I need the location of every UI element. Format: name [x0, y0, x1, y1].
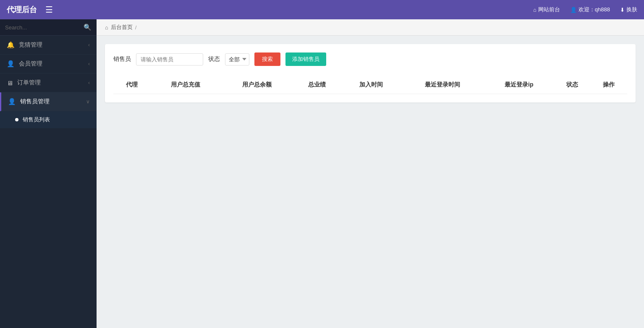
col-join-time: 加入时间: [341, 76, 401, 94]
home-icon: ⌂: [533, 7, 537, 13]
sidebar-menu: 🔔 竞猜管理 ‹ 👤 会员管理 ‹ 🖥 订单管理 ‹: [0, 36, 97, 328]
sales-icon: 👤: [8, 98, 16, 105]
sidebar-item-xiaoshou[interactable]: 👤 销售员管理 ∨: [0, 92, 97, 111]
logout-icon: ⬇: [620, 7, 625, 13]
search-input[interactable]: [5, 24, 81, 31]
breadcrumb-home-icon: ⌂: [105, 24, 108, 31]
sidebar-item-huiyuan[interactable]: 👤 会员管理 ‹: [0, 55, 97, 73]
salesperson-label: 销售员: [113, 55, 131, 63]
sidebar: 🔍 🔔 竞猜管理 ‹ 👤 会员管理 ‹: [0, 19, 97, 328]
col-total-balance: 用户总余额: [221, 76, 293, 94]
order-icon: 🖥: [7, 79, 13, 87]
filter-bar: 销售员 状态 全部 启用 禁用 搜索 添加销售员: [113, 52, 627, 66]
logout-link[interactable]: ⬇ 换肤: [620, 6, 637, 13]
add-salesperson-button[interactable]: 添加销售员: [285, 52, 326, 66]
sidebar-item-dingdan[interactable]: 🖥 订单管理 ‹: [0, 73, 97, 92]
app-title: 代理后台: [7, 5, 37, 15]
status-select[interactable]: 全部 启用 禁用: [225, 53, 249, 66]
col-proxy: 代理: [113, 76, 150, 94]
submenu-label-xiaoshou-list: 销售员列表: [23, 116, 50, 123]
sidebar-search-bar[interactable]: 🔍: [0, 19, 97, 36]
website-link[interactable]: ⌂ 网站前台: [533, 6, 560, 13]
col-status: 状态: [554, 76, 591, 94]
sidebar-label-huiyuan: 会员管理: [19, 60, 42, 68]
bell-icon: 🔔: [7, 41, 15, 49]
sidebar-item-jingcai[interactable]: 🔔 竞猜管理 ‹: [0, 36, 97, 55]
search-icon: 🔍: [84, 24, 92, 31]
user-info[interactable]: 👤 欢迎：qh888: [570, 6, 610, 13]
search-button[interactable]: 搜索: [254, 52, 280, 66]
main-card: 销售员 状态 全部 启用 禁用 搜索 添加销售员 代理: [105, 44, 636, 102]
submenu-item-xiaoshou-list[interactable]: 销售员列表: [0, 111, 97, 129]
status-label: 状态: [208, 55, 220, 63]
sidebar-label-jingcai: 竞猜管理: [19, 41, 42, 49]
table-header-row: 代理 用户总充值 用户总余额 总业绩 加入时间 最近登录时间 最近登录ip 状态…: [113, 76, 627, 94]
col-actions: 操作: [591, 76, 627, 94]
arrow-xiaoshou: ∨: [86, 99, 90, 105]
col-last-login-time: 最近登录时间: [401, 76, 484, 94]
salesperson-input[interactable]: [136, 53, 203, 66]
main-content: ⌂ 后台首页 / 销售员 状态 全部 启用 禁用 搜索 添加销售员: [97, 19, 644, 328]
submenu-xiaoshou: 销售员列表: [0, 111, 97, 129]
arrow-huiyuan: ‹: [88, 61, 90, 67]
user-icon: 👤: [570, 7, 577, 13]
user-icon-huiyuan: 👤: [7, 60, 15, 68]
arrow-dingdan: ‹: [88, 80, 90, 86]
salesperson-table: 代理 用户总充值 用户总余额 总业绩 加入时间 最近登录时间 最近登录ip 状态…: [113, 76, 627, 94]
topbar: 代理后台 ☰ ⌂ 网站前台 👤 欢迎：qh888 ⬇ 换肤: [0, 0, 644, 19]
breadcrumb-separator: /: [135, 24, 137, 31]
col-total-performance: 总业绩: [293, 76, 341, 94]
arrow-jingcai: ‹: [88, 42, 90, 48]
breadcrumb: ⌂ 后台首页 /: [97, 19, 644, 36]
sidebar-label-dingdan: 订单管理: [17, 79, 41, 87]
content-area: 销售员 状态 全部 启用 禁用 搜索 添加销售员 代理: [97, 36, 644, 328]
hamburger-button[interactable]: ☰: [45, 5, 53, 15]
col-last-login-ip: 最近登录ip: [484, 76, 554, 94]
breadcrumb-home-link[interactable]: 后台首页: [111, 24, 133, 31]
dot-icon: [15, 118, 18, 121]
col-total-recharge: 用户总充值: [150, 76, 221, 94]
sidebar-label-xiaoshou: 销售员管理: [20, 98, 50, 105]
